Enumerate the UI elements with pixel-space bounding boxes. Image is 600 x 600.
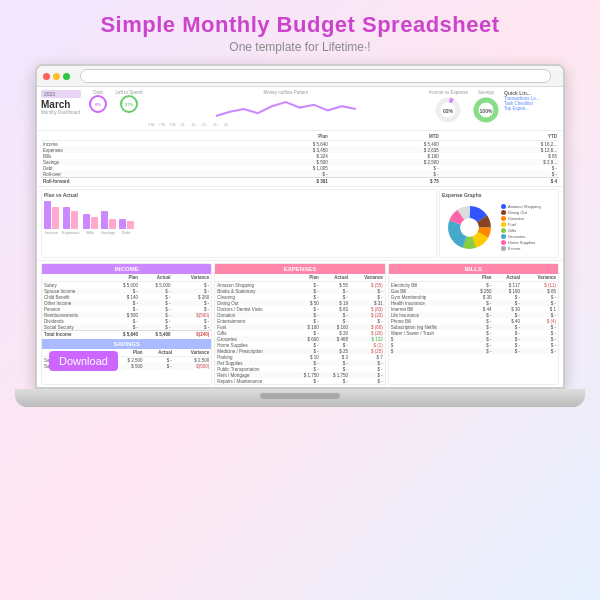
income-expense-block: Income vs Expense 02% xyxy=(429,90,468,127)
table-row: Repairs / Maintenance$ -$ -$ - xyxy=(215,378,384,384)
legend-home-supplies: Home Supplies xyxy=(501,240,541,245)
dot-red xyxy=(43,73,50,80)
bar-expenses-actual xyxy=(71,211,78,229)
wave-block: Money outflow Pattern 3 M.7 M.9 M.14...1… xyxy=(146,90,426,127)
download-button[interactable]: Download xyxy=(49,351,118,371)
title-area: Simple Monthly Budget Spreadsheet One te… xyxy=(0,0,600,58)
expense-graph-content: Amazon Shopping Dining Out Donation xyxy=(442,200,556,255)
legend-fuel: Fuel xyxy=(501,222,541,227)
left-value: 37% xyxy=(125,102,133,107)
legend-gifts: Gifts xyxy=(501,228,541,233)
sav-col-variance: Variance xyxy=(174,349,211,357)
browser-bar xyxy=(37,66,563,87)
legend-label-more: 8 more xyxy=(508,246,520,251)
expenses-data-table: Plan Actual Variance Amazon Shopping$ -$… xyxy=(215,274,384,384)
exp-col-actual: Actual xyxy=(321,274,350,282)
laptop-screen: 2023 March Monthly Dashboard Debt 0% Lef… xyxy=(35,64,565,389)
legend-donation: Donation xyxy=(501,216,541,221)
address-bar xyxy=(80,69,551,83)
bar-bills-plan xyxy=(83,214,90,229)
month-block: 2023 March Monthly Dashboard xyxy=(41,90,81,127)
table-row: $$ -$ -$ - xyxy=(389,348,558,354)
dot-green xyxy=(63,73,70,80)
legend-dot-donation xyxy=(501,216,506,221)
savings-sub-header: SAVINGS xyxy=(42,339,211,349)
bar-group-expenses: Expenses xyxy=(62,207,80,235)
quick-links: Quick Lin... Transactions Lo... Task Che… xyxy=(504,90,559,127)
left-circle: 37% xyxy=(120,95,138,113)
income-expense-donut: 02% xyxy=(433,95,463,125)
monthly-dashboard-label: Monthly Dashboard xyxy=(41,110,81,115)
sub-title: One template for Lifetime·! xyxy=(10,40,590,54)
bar-group-debt: Debt xyxy=(119,219,134,235)
bar-income-plan xyxy=(44,201,51,229)
income-total-row: Total Income$ 5,640$ 5,400$(240) xyxy=(42,331,211,338)
income-col-variance: Variance xyxy=(173,274,212,282)
exp-col-plan: Plan xyxy=(292,274,321,282)
savings-block: Savings 100% xyxy=(471,90,501,127)
income-tbody: Salary$ 5,000$ 5,000$ - Spouse Income$ -… xyxy=(42,282,211,331)
expense-donut-svg xyxy=(442,200,497,255)
legend-dot-amazon xyxy=(501,204,506,209)
expenses-header: EXPENSES xyxy=(215,264,384,274)
legend-dot-groceries xyxy=(501,234,506,239)
bar-income-label: Income xyxy=(45,230,58,235)
debt-value: 0% xyxy=(95,102,101,107)
bar-income-actual xyxy=(52,207,59,229)
bar-savings-plan xyxy=(101,211,108,229)
expense-legend: Amazon Shopping Dining Out Donation xyxy=(501,204,541,251)
laptop-wrapper: 2023 March Monthly Dashboard Debt 0% Lef… xyxy=(10,64,590,407)
bar-debt-actual xyxy=(127,221,134,229)
svg-point-14 xyxy=(460,218,478,236)
legend-label-groceries: Groceries xyxy=(508,234,525,239)
income-header: INCOME xyxy=(42,264,211,274)
plan-actual-title: Plan vs Actual xyxy=(44,192,434,198)
summary-table: Plan MTD YTD Income$ 5,640$ 5,400$ 16,2.… xyxy=(41,133,559,184)
expense-graph-block: Expense Graphs xyxy=(439,189,559,258)
svg-text:100%: 100% xyxy=(480,108,493,114)
quick-link-3[interactable]: Top Expen... xyxy=(504,106,559,111)
bills-tbody: Electricity Bill$ -$ 117$ (11) Gas Bill$… xyxy=(389,282,558,355)
bar-savings-label: Savings xyxy=(101,230,115,235)
expense-graph-title: Expense Graphs xyxy=(442,192,556,198)
income-col-name xyxy=(42,274,107,282)
income-data-table: Plan Actual Variance Salary$ 5,000$ 5,00… xyxy=(42,274,211,337)
bill-col-actual: Actual xyxy=(494,274,522,282)
savings-donut: 100% xyxy=(471,95,501,125)
income-col-actual: Actual xyxy=(140,274,173,282)
exp-col-name xyxy=(215,274,291,282)
left-to-spend-block: Left to Spend 37% xyxy=(115,90,143,127)
bar-expenses-label: Expenses xyxy=(62,230,80,235)
legend-label-gifts: Gifts xyxy=(508,228,516,233)
svg-text:02%: 02% xyxy=(443,108,454,114)
laptop-base xyxy=(15,389,585,407)
bar-bills-label: Bills xyxy=(86,230,93,235)
exp-col-variance: Variance xyxy=(350,274,385,282)
legend-label-donation: Donation xyxy=(508,216,524,221)
wave-svg xyxy=(146,95,426,123)
legend-label-amazon: Amazon Shopping xyxy=(508,204,541,209)
debt-block: Debt 0% xyxy=(84,90,112,127)
bar-debt-label: Debt xyxy=(122,230,130,235)
legend-groceries: Groceries xyxy=(501,234,541,239)
bar-group-savings: Savings xyxy=(101,211,116,235)
charts-row: Plan vs Actual Income xyxy=(37,187,563,261)
browser-dots xyxy=(43,73,70,80)
bar-expenses-plan xyxy=(63,207,70,229)
dot-yellow xyxy=(53,73,60,80)
debt-circle: 0% xyxy=(89,95,107,113)
bar-savings-actual xyxy=(109,219,116,229)
year-badge: 2023 xyxy=(41,90,81,98)
legend-dot-dining xyxy=(501,210,506,215)
bar-bills-actual xyxy=(91,217,98,229)
month-label: March xyxy=(41,99,81,110)
plan-actual-chart: Plan vs Actual Income xyxy=(41,189,437,258)
bar-group-bills: Bills xyxy=(83,214,98,235)
income-col-plan: Plan xyxy=(107,274,140,282)
legend-label-fuel: Fuel xyxy=(508,222,516,227)
dashboard-header: 2023 March Monthly Dashboard Debt 0% Lef… xyxy=(37,87,563,131)
bar-debt-plan xyxy=(119,219,126,229)
expenses-tbody: Amazon Shopping$ -$ 55$ (55) Books & Sta… xyxy=(215,282,384,385)
legend-label-home: Home Supplies xyxy=(508,240,535,245)
spreadsheet: 2023 March Monthly Dashboard Debt 0% Lef… xyxy=(37,87,563,387)
